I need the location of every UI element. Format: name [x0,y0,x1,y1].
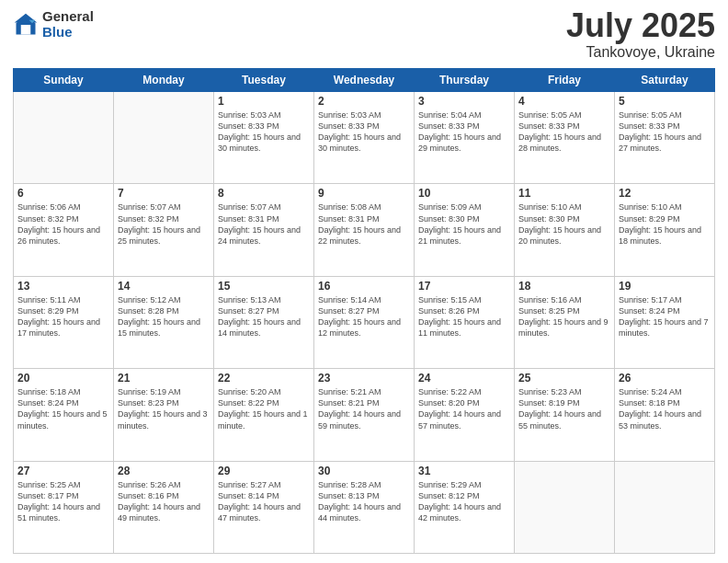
table-row: 18Sunrise: 5:16 AM Sunset: 8:25 PM Dayli… [515,276,615,368]
table-row: 31Sunrise: 5:29 AM Sunset: 8:12 PM Dayli… [415,461,515,553]
table-row: 28Sunrise: 5:26 AM Sunset: 8:16 PM Dayli… [114,461,214,553]
table-row: 13Sunrise: 5:11 AM Sunset: 8:29 PM Dayli… [14,276,114,368]
location-title: Tankovoye, Ukraine [566,44,715,61]
day-number: 2 [318,95,410,108]
table-row: 27Sunrise: 5:25 AM Sunset: 8:17 PM Dayli… [14,461,114,553]
day-info: Sunrise: 5:10 AM Sunset: 8:29 PM Dayligh… [619,201,711,247]
day-info: Sunrise: 5:10 AM Sunset: 8:30 PM Dayligh… [518,201,610,247]
table-row: 14Sunrise: 5:12 AM Sunset: 8:28 PM Dayli… [114,276,214,368]
day-number: 4 [518,95,610,108]
day-info: Sunrise: 5:18 AM Sunset: 8:24 PM Dayligh… [17,386,109,431]
day-number: 26 [619,372,711,385]
table-row [114,92,214,184]
table-row: 22Sunrise: 5:20 AM Sunset: 8:22 PM Dayli… [214,369,314,461]
day-info: Sunrise: 5:08 AM Sunset: 8:31 PM Dayligh… [318,201,410,247]
table-row: 20Sunrise: 5:18 AM Sunset: 8:24 PM Dayli… [14,369,114,461]
col-sunday: Sunday [14,69,114,92]
header: General Blue July 2025 Tankovoye, Ukrain… [13,9,715,61]
calendar-week-row: 6Sunrise: 5:06 AM Sunset: 8:32 PM Daylig… [14,184,715,276]
day-number: 7 [118,187,210,200]
day-info: Sunrise: 5:23 AM Sunset: 8:19 PM Dayligh… [518,386,610,431]
table-row: 11Sunrise: 5:10 AM Sunset: 8:30 PM Dayli… [515,184,615,276]
calendar-week-row: 20Sunrise: 5:18 AM Sunset: 8:24 PM Dayli… [14,369,715,461]
calendar-table: Sunday Monday Tuesday Wednesday Thursday… [13,68,715,554]
table-row: 8Sunrise: 5:07 AM Sunset: 8:31 PM Daylig… [214,184,314,276]
table-row: 6Sunrise: 5:06 AM Sunset: 8:32 PM Daylig… [14,184,114,276]
table-row: 5Sunrise: 5:05 AM Sunset: 8:33 PM Daylig… [615,92,715,184]
col-thursday: Thursday [415,69,515,92]
day-number: 16 [318,280,410,293]
day-info: Sunrise: 5:16 AM Sunset: 8:25 PM Dayligh… [518,294,610,339]
day-number: 19 [619,280,711,293]
day-info: Sunrise: 5:20 AM Sunset: 8:22 PM Dayligh… [218,386,310,431]
day-info: Sunrise: 5:14 AM Sunset: 8:27 PM Dayligh… [318,294,410,339]
day-number: 11 [518,187,610,200]
day-number: 15 [218,280,310,293]
day-number: 17 [418,280,510,293]
day-number: 25 [518,372,610,385]
day-info: Sunrise: 5:11 AM Sunset: 8:29 PM Dayligh… [17,294,109,339]
table-row: 9Sunrise: 5:08 AM Sunset: 8:31 PM Daylig… [314,184,415,276]
day-number: 13 [17,280,109,293]
table-row: 17Sunrise: 5:15 AM Sunset: 8:26 PM Dayli… [415,276,515,368]
table-row: 19Sunrise: 5:17 AM Sunset: 8:24 PM Dayli… [615,276,715,368]
day-info: Sunrise: 5:07 AM Sunset: 8:31 PM Dayligh… [218,201,310,247]
table-row: 3Sunrise: 5:04 AM Sunset: 8:33 PM Daylig… [415,92,515,184]
day-number: 1 [218,95,310,108]
logo-icon [13,12,39,38]
calendar-week-row: 13Sunrise: 5:11 AM Sunset: 8:29 PM Dayli… [14,276,715,368]
day-info: Sunrise: 5:05 AM Sunset: 8:33 PM Dayligh… [518,109,610,155]
day-info: Sunrise: 5:17 AM Sunset: 8:24 PM Dayligh… [619,294,711,339]
day-number: 21 [118,372,210,385]
table-row: 15Sunrise: 5:13 AM Sunset: 8:27 PM Dayli… [214,276,314,368]
col-wednesday: Wednesday [314,69,415,92]
col-friday: Friday [515,69,615,92]
day-info: Sunrise: 5:24 AM Sunset: 8:18 PM Dayligh… [619,386,711,431]
day-number: 12 [619,187,711,200]
logo-general-text: General [42,9,94,25]
day-info: Sunrise: 5:28 AM Sunset: 8:13 PM Dayligh… [318,479,410,524]
day-number: 5 [619,95,711,108]
table-row: 24Sunrise: 5:22 AM Sunset: 8:20 PM Dayli… [415,369,515,461]
calendar-week-row: 27Sunrise: 5:25 AM Sunset: 8:17 PM Dayli… [14,461,715,553]
day-number: 22 [218,372,310,385]
day-number: 28 [118,465,210,477]
table-row: 16Sunrise: 5:14 AM Sunset: 8:27 PM Dayli… [314,276,415,368]
table-row: 29Sunrise: 5:27 AM Sunset: 8:14 PM Dayli… [214,461,314,553]
day-number: 9 [318,187,410,200]
day-info: Sunrise: 5:19 AM Sunset: 8:23 PM Dayligh… [118,386,210,431]
day-info: Sunrise: 5:07 AM Sunset: 8:32 PM Dayligh… [118,201,210,247]
table-row: 10Sunrise: 5:09 AM Sunset: 8:30 PM Dayli… [415,184,515,276]
table-row [615,461,715,553]
col-saturday: Saturday [615,69,715,92]
day-number: 14 [118,280,210,293]
table-row: 23Sunrise: 5:21 AM Sunset: 8:21 PM Dayli… [314,369,415,461]
col-monday: Monday [114,69,214,92]
table-row: 7Sunrise: 5:07 AM Sunset: 8:32 PM Daylig… [114,184,214,276]
day-info: Sunrise: 5:25 AM Sunset: 8:17 PM Dayligh… [17,479,109,524]
table-row [515,461,615,553]
day-number: 3 [418,95,510,108]
day-number: 20 [17,372,109,385]
day-info: Sunrise: 5:13 AM Sunset: 8:27 PM Dayligh… [218,294,310,339]
table-row: 30Sunrise: 5:28 AM Sunset: 8:13 PM Dayli… [314,461,415,553]
day-info: Sunrise: 5:05 AM Sunset: 8:33 PM Dayligh… [619,109,711,155]
logo-text: General Blue [42,9,94,40]
day-number: 8 [218,187,310,200]
table-row: 21Sunrise: 5:19 AM Sunset: 8:23 PM Dayli… [114,369,214,461]
table-row: 12Sunrise: 5:10 AM Sunset: 8:29 PM Dayli… [615,184,715,276]
table-row: 4Sunrise: 5:05 AM Sunset: 8:33 PM Daylig… [515,92,615,184]
page: General Blue July 2025 Tankovoye, Ukrain… [0,0,728,563]
day-info: Sunrise: 5:04 AM Sunset: 8:33 PM Dayligh… [418,109,510,155]
day-number: 31 [418,465,510,477]
logo: General Blue [13,9,94,40]
table-row: 2Sunrise: 5:03 AM Sunset: 8:33 PM Daylig… [314,92,415,184]
title-block: July 2025 Tankovoye, Ukraine [566,9,715,61]
day-info: Sunrise: 5:26 AM Sunset: 8:16 PM Dayligh… [118,479,210,524]
day-info: Sunrise: 5:22 AM Sunset: 8:20 PM Dayligh… [418,386,510,431]
day-number: 30 [318,465,410,477]
table-row: 1Sunrise: 5:03 AM Sunset: 8:33 PM Daylig… [214,92,314,184]
month-title: July 2025 [566,9,715,42]
day-info: Sunrise: 5:06 AM Sunset: 8:32 PM Dayligh… [17,201,109,247]
day-info: Sunrise: 5:29 AM Sunset: 8:12 PM Dayligh… [418,479,510,524]
